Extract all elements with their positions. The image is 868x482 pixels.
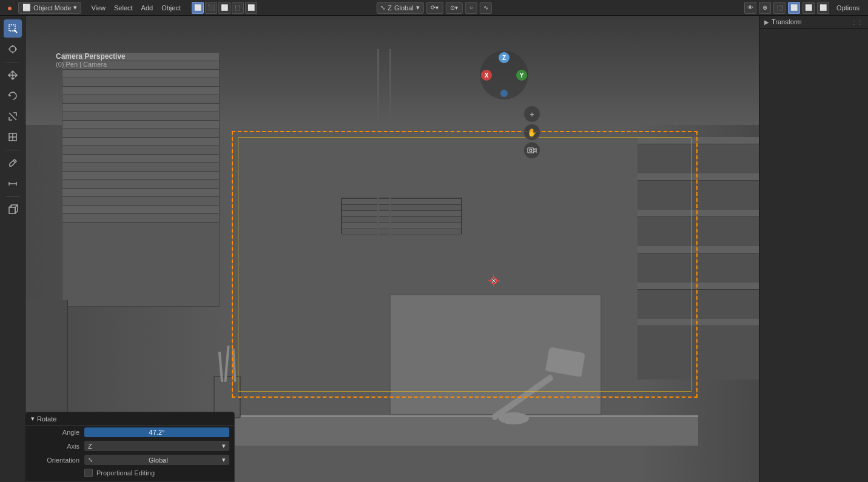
proportional-editing-checkbox[interactable] xyxy=(84,469,93,477)
menu-object[interactable]: Object xyxy=(158,3,184,13)
orientation-icon: ⤡ xyxy=(380,4,385,11)
orientation-value: Global xyxy=(149,457,168,464)
tool-rotate[interactable] xyxy=(4,87,22,105)
snapping-btn[interactable]: ⊙▾ xyxy=(446,2,463,14)
mode-label: Object Mode xyxy=(33,4,71,12)
camera-perspective-label: Camera Perspective xyxy=(56,52,126,61)
left-toolbar xyxy=(0,16,25,482)
right-panel: ▶ Transform ⋮⋮ xyxy=(759,16,868,482)
workspace-texture-btn[interactable]: ⬜ xyxy=(245,2,257,14)
viewport-gizmo[interactable]: Z X Y xyxy=(480,51,528,99)
proportional-btn[interactable]: ○ xyxy=(465,2,477,14)
panel-arrow: ▶ xyxy=(764,19,769,25)
transform-panel-title: Transform xyxy=(772,18,802,25)
top-toolbar: ● ⬜ Object Mode ▾ View Select Add Object… xyxy=(0,0,868,16)
orientation-label: Z xyxy=(388,4,392,12)
workspace-model-btn[interactable]: ⬛ xyxy=(205,2,217,14)
gizmo-z-axis[interactable]: Z xyxy=(499,52,510,63)
axis-dropdown[interactable]: Z ▾ xyxy=(84,441,229,451)
center-controls: ⤡ Z Global ▾ ⟳▾ ⊙▾ ○ ∿ xyxy=(376,2,492,14)
proportional-editing-label: Proportional Editing xyxy=(96,469,155,477)
tool-move[interactable] xyxy=(4,66,22,84)
gizmo-y-axis[interactable]: Y xyxy=(516,70,527,81)
viewport-shading-solid[interactable]: ⬜ xyxy=(788,2,800,14)
workspace-uv-btn[interactable]: ⬚ xyxy=(232,2,244,14)
orientation-dropdown[interactable]: ⤡ Global ▾ xyxy=(84,455,229,465)
workspace-icons: ⬜ ⬛ ⬜ ⬚ ⬜ xyxy=(192,2,257,14)
tool-annotate[interactable] xyxy=(4,154,22,172)
mode-icon: ⬜ xyxy=(22,4,31,12)
angle-value[interactable]: 47.2° xyxy=(84,427,229,437)
operator-panel-header[interactable]: ▾ Rotate xyxy=(26,412,234,426)
camera-view-btn[interactable] xyxy=(523,142,540,159)
camera-info: Camera Perspective (0) Pen | Camera xyxy=(56,52,126,68)
right-controls: 👁 ⊕ ⬚ ⬜ ⬜ ⬜ Options xyxy=(744,2,864,14)
axis-label: Axis xyxy=(31,443,79,450)
blender-logo[interactable]: ● xyxy=(4,2,16,14)
svg-point-1 xyxy=(10,46,16,52)
tool-cursor[interactable] xyxy=(4,40,22,58)
orientation-row: Orientation ⤡ Global ▾ xyxy=(26,453,234,467)
transform-panel-header[interactable]: ▶ Transform ⋮⋮ xyxy=(759,16,868,28)
svg-rect-27 xyxy=(528,148,534,153)
svg-line-8 xyxy=(9,113,16,120)
axis-arrow: ▾ xyxy=(222,442,226,450)
menu-add[interactable]: Add xyxy=(138,3,157,13)
options-button[interactable]: Options xyxy=(832,3,864,13)
gizmo-circle[interactable]: Z X Y xyxy=(480,51,528,99)
svg-point-28 xyxy=(530,149,532,152)
viewport-controls: + ✋ xyxy=(523,105,540,159)
panel-dots: ⋮⋮ xyxy=(851,19,863,25)
tool-add-cube[interactable] xyxy=(4,201,22,219)
transform-orientation-dropdown[interactable]: ⤡ Z Global ▾ xyxy=(376,2,424,14)
zoom-to-selected-btn[interactable]: + xyxy=(523,105,540,122)
tool-select-box[interactable] xyxy=(4,19,22,38)
bottom-operator-panel: ▾ Rotate Angle 47.2° Axis Z ▾ Orientatio… xyxy=(25,412,235,482)
3d-cursor xyxy=(488,275,497,284)
camera-sub-label: (0) Pen | Camera xyxy=(56,61,126,68)
svg-line-12 xyxy=(13,161,15,162)
viewport-shading-material[interactable]: ⬜ xyxy=(802,2,815,14)
viewport-shading-wire[interactable]: ⬚ xyxy=(773,2,786,14)
svg-rect-16 xyxy=(9,207,15,213)
menu-bar: View Select Add Object xyxy=(87,3,184,13)
tool-transform[interactable] xyxy=(4,128,22,146)
global-label: Global xyxy=(394,4,414,12)
menu-select[interactable]: Select xyxy=(110,3,136,13)
pan-view-btn[interactable]: ✋ xyxy=(523,124,540,141)
object-mode-dropdown[interactable]: ⬜ Object Mode ▾ xyxy=(18,2,81,14)
axis-value: Z xyxy=(88,443,92,450)
orientation-arrow: ▾ xyxy=(416,4,420,12)
workspace-layout-btn[interactable]: ⬜ xyxy=(192,2,204,14)
workspace-sculpt-btn[interactable]: ⬜ xyxy=(218,2,230,14)
viewport-shading-render[interactable]: ⬜ xyxy=(817,2,829,14)
orientation-icon: ⤡ xyxy=(88,457,93,463)
gizmo-btn[interactable]: ⊕ xyxy=(759,2,771,14)
orientation-label: Orientation xyxy=(31,457,79,464)
operator-panel-title: Rotate xyxy=(37,415,56,423)
mode-arrow: ▾ xyxy=(73,4,77,12)
gizmo-x-axis[interactable]: X xyxy=(481,70,492,81)
angle-row: Angle 47.2° xyxy=(26,426,234,439)
panel-collapse-arrow: ▾ xyxy=(31,415,35,423)
pivot-point-btn[interactable]: ⟳▾ xyxy=(426,2,443,14)
tool-measure[interactable] xyxy=(4,175,22,193)
angle-label: Angle xyxy=(31,429,79,436)
tool-scale[interactable] xyxy=(4,107,22,126)
axis-row: Axis Z ▾ xyxy=(26,439,234,453)
proportional-editing-row: Proportional Editing xyxy=(26,467,234,479)
menu-view[interactable]: View xyxy=(87,3,109,13)
falloff-btn[interactable]: ∿ xyxy=(480,2,492,14)
gizmo-bottom-dot[interactable] xyxy=(500,90,508,97)
overlay-btn[interactable]: 👁 xyxy=(744,2,756,14)
orientation-arrow: ▾ xyxy=(222,456,226,464)
